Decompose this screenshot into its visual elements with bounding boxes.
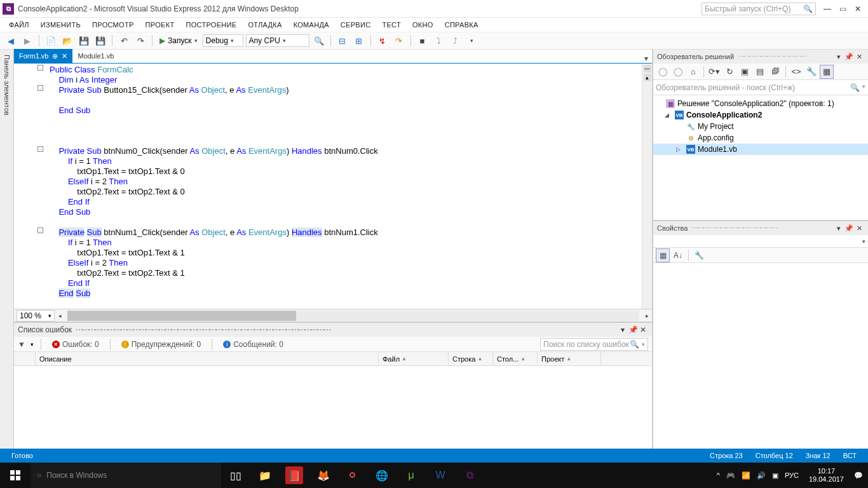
toolbox-panel-collapsed[interactable]: Панель элементов: [0, 50, 14, 449]
collapse-button[interactable]: ▣: [738, 65, 752, 79]
panel-menu-button[interactable]: ▾: [618, 325, 628, 334]
volume-icon[interactable]: 🔊: [757, 471, 766, 480]
properties-object-combo[interactable]: ▾: [653, 235, 868, 248]
close-icon[interactable]: ✕: [854, 224, 864, 233]
menu-команда[interactable]: КОМАНДА: [288, 20, 334, 30]
uncomment-button[interactable]: ⊞: [352, 34, 366, 48]
tree-item[interactable]: ⚙App.config: [653, 132, 868, 144]
fold-toggle[interactable]: -: [37, 65, 43, 71]
save-button[interactable]: 💾: [77, 34, 91, 48]
alphabetical-button[interactable]: A↓: [671, 248, 685, 262]
scroll-up-button[interactable]: ▴: [644, 74, 651, 81]
error-col[interactable]: [14, 352, 36, 365]
properties-button[interactable]: 🗊: [768, 65, 782, 79]
menu-построение[interactable]: ПОСТРОЕНИЕ: [180, 20, 241, 30]
error-col[interactable]: Файл▲: [379, 352, 449, 365]
refresh-button[interactable]: ↻: [722, 65, 736, 79]
menu-просмотр[interactable]: ПРОСМОТР: [87, 20, 139, 30]
notifications-icon[interactable]: 💬: [854, 471, 863, 480]
comment-button[interactable]: ⊟: [336, 34, 349, 48]
filter-icon[interactable]: ▼: [18, 340, 25, 349]
menu-изменить[interactable]: ИЗМЕНИТЬ: [36, 20, 86, 30]
task-view-button[interactable]: ▯▯: [221, 463, 250, 488]
code-editor[interactable]: -Public Class FormCalc Dim i As Integer-…: [14, 64, 642, 309]
app-red[interactable]: 📕: [285, 466, 303, 484]
hscroll-left[interactable]: ◂: [55, 309, 65, 323]
project-node[interactable]: ◢ VB ConsoleApplication2: [653, 109, 868, 121]
tab-form1[interactable]: Form1.vb ⊕ ✕: [14, 49, 72, 63]
start-debug-button[interactable]: ▶ Запуск ▾: [157, 34, 200, 48]
zoom-combo[interactable]: 100 % ▾: [17, 310, 55, 322]
fold-toggle[interactable]: -: [37, 227, 43, 233]
horizontal-scrollbar[interactable]: [67, 311, 639, 321]
vs-app[interactable]: ⧉: [455, 463, 484, 488]
find-button[interactable]: 🔍: [312, 34, 326, 48]
tab-module1[interactable]: Module1.vb: [72, 49, 119, 63]
menu-справка[interactable]: СПРАВКА: [440, 20, 484, 30]
taskbar-search-input[interactable]: ○ Поиск в Windows: [31, 463, 221, 488]
error-col[interactable]: Стол...▲: [493, 352, 538, 365]
categorized-button[interactable]: ▦: [656, 248, 670, 262]
quick-launch-input[interactable]: Быстрый запуск (Ctrl+Q) 🔍: [702, 3, 816, 15]
error-search-input[interactable]: Поиск по списку ошибок 🔍 ▾: [540, 338, 648, 351]
toolbar-overflow-button[interactable]: ▾: [465, 34, 479, 48]
menu-файл[interactable]: ФАЙЛ: [4, 20, 34, 30]
preview-button[interactable]: ▦: [820, 65, 834, 79]
config-combo[interactable]: Debug ▾: [203, 34, 243, 47]
collapse-arrow-icon[interactable]: ◢: [665, 112, 672, 118]
menu-проект[interactable]: ПРОЕКТ: [140, 20, 180, 30]
wrench-button[interactable]: 🔧: [804, 65, 818, 79]
menu-сервис[interactable]: СЕРВИС: [336, 20, 376, 30]
language-indicator[interactable]: РУС: [785, 471, 799, 479]
error-col[interactable]: Строка▲: [449, 352, 493, 365]
solution-search-input[interactable]: Обозреватель решений - поиск (Ctrl+ж) 🔍 …: [653, 80, 868, 95]
panel-menu-button[interactable]: ▾: [834, 53, 844, 61]
nav-back-button[interactable]: ◀: [4, 34, 18, 48]
show-all-button[interactable]: ▤: [753, 65, 767, 79]
property-pages-button[interactable]: 🔧: [692, 248, 706, 262]
chrome-app[interactable]: 🌐: [367, 463, 397, 488]
explorer-app[interactable]: 📁: [250, 463, 280, 488]
solution-tree[interactable]: ▦ Решение "ConsoleApplication2" (проекто…: [653, 95, 868, 220]
split-button[interactable]: —: [644, 65, 651, 72]
open-button[interactable]: 📂: [60, 34, 74, 48]
home-button[interactable]: ⌂: [686, 65, 700, 79]
menu-окно[interactable]: ОКНО: [407, 20, 438, 30]
tabs-overflow-button[interactable]: ▾: [644, 54, 652, 63]
panel-menu-button[interactable]: ▾: [834, 224, 844, 233]
hscroll-right[interactable]: ▸: [642, 309, 652, 323]
pin-icon[interactable]: 📌: [844, 224, 854, 233]
close-icon[interactable]: ✕: [854, 53, 864, 61]
properties-grid[interactable]: [653, 263, 868, 449]
solution-node[interactable]: ▦ Решение "ConsoleApplication2" (проекто…: [653, 98, 868, 109]
code-view-button[interactable]: <>: [789, 65, 803, 79]
step-over-button[interactable]: ↷: [392, 34, 406, 48]
tree-item[interactable]: ▷VBModule1.vb: [653, 144, 868, 155]
menu-тест[interactable]: ТЕСТ: [377, 20, 406, 30]
minimize-button[interactable]: —: [820, 3, 835, 15]
sync-button[interactable]: ⟳▾: [707, 65, 721, 79]
warnings-filter[interactable]: ! Предупреждений: 0: [118, 338, 205, 351]
fold-toggle[interactable]: -: [37, 85, 43, 91]
save-all-button[interactable]: 💾: [93, 34, 107, 48]
fold-toggle[interactable]: -: [37, 146, 43, 152]
app-orange[interactable]: 🦊: [309, 463, 338, 488]
defender-icon[interactable]: ▣: [772, 471, 778, 480]
menu-отладка[interactable]: ОТЛАДКА: [243, 20, 287, 30]
pin-icon[interactable]: 📌: [628, 325, 638, 334]
network-icon[interactable]: 📶: [742, 471, 750, 480]
step-button[interactable]: ⤵: [432, 34, 446, 48]
error-col[interactable]: Проект▲: [538, 352, 601, 365]
close-button[interactable]: ✕: [850, 3, 865, 15]
back-button[interactable]: ◯: [656, 65, 670, 79]
tree-item[interactable]: 🔧My Project: [653, 121, 868, 132]
gamepad-icon[interactable]: 🎮: [726, 471, 735, 480]
start-button[interactable]: [0, 463, 31, 488]
new-project-button[interactable]: 📄: [44, 34, 58, 48]
maximize-button[interactable]: ▭: [835, 3, 850, 15]
step-out-button[interactable]: ⤴: [449, 34, 463, 48]
close-icon[interactable]: ✕: [638, 325, 648, 334]
expand-arrow-icon[interactable]: ▷: [676, 146, 684, 152]
word-app[interactable]: W: [426, 463, 455, 488]
opera-app[interactable]: ⭘: [338, 463, 367, 488]
